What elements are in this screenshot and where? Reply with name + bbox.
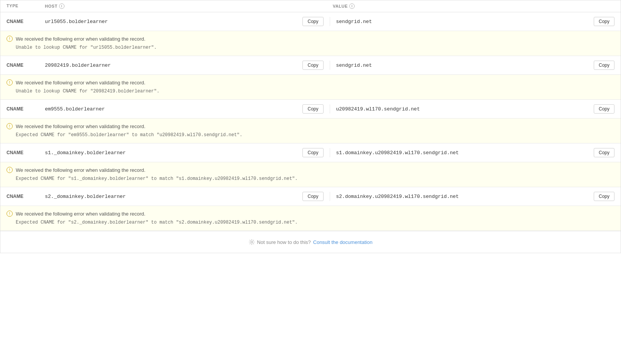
error-row: ! We received the following error when v… [0,162,621,187]
table-row: CNAME url5055.bolderlearner Copy sendgri… [0,12,621,31]
copy-host-button[interactable]: Copy [302,17,323,26]
record-host-value: em9555.bolderlearner [45,106,105,112]
footer: Not sure how to do this? Consult the doc… [0,231,621,253]
record-type: CNAME [7,194,45,199]
record-host-cell: url5055.bolderlearner Copy [45,17,330,26]
record-value-cell: sendgrid.net Copy [330,17,615,26]
record-value-cell: sendgrid.net Copy [330,61,615,70]
error-detail: Expected CNAME for "s1._domainkey.bolder… [16,175,614,182]
record-host-cell: s1._domainkey.bolderlearner Copy [45,148,330,157]
record-value-value: u20982419.wl170.sendgrid.net [336,106,420,112]
warning-icon: ! [7,211,13,217]
record-value-value: sendgrid.net [336,63,372,68]
record-host-cell: s2._domainkey.bolderlearner Copy [45,192,330,201]
header-host: HOST i [45,3,327,9]
error-header: ! We received the following error when v… [7,211,614,217]
error-row: ! We received the following error when v… [0,206,621,231]
record-host-value: 20982419.bolderlearner [45,63,111,68]
error-header: ! We received the following error when v… [7,167,614,173]
error-detail: Expected CNAME for "s2._domainkey.bolder… [16,219,614,226]
copy-value-button[interactable]: Copy [594,17,614,26]
warning-icon: ! [7,36,13,42]
copy-host-button[interactable]: Copy [302,148,323,157]
header-type: TYPE [7,3,45,9]
table-row: CNAME s2._domainkey.bolderlearner Copy s… [0,187,621,206]
error-row: ! We received the following error when v… [0,75,621,100]
footer-link[interactable]: Consult the documentation [313,239,373,245]
record-value-value: sendgrid.net [336,19,372,25]
error-header: ! We received the following error when v… [7,79,614,86]
host-info-icon[interactable]: i [59,3,64,9]
copy-value-button[interactable]: Copy [594,192,614,201]
record-host-value: url5055.bolderlearner [45,19,108,25]
dns-records-table: TYPE HOST i VALUE i CNAME url5055.bolder… [0,0,621,253]
record-value-value: s1.domainkey.u20982419.wl170.sendgrid.ne… [336,150,459,156]
table-row: CNAME em9555.bolderlearner Copy u2098241… [0,100,621,119]
warning-icon: ! [7,167,13,173]
svg-point-0 [251,241,253,243]
warning-icon: ! [7,123,13,129]
footer-text: Not sure how to do this? [257,239,311,245]
copy-host-button[interactable]: Copy [302,192,323,201]
copy-host-button[interactable]: Copy [302,61,323,70]
error-header: ! We received the following error when v… [7,123,614,129]
record-value-value: s2.domainkey.u20982419.wl170.sendgrid.ne… [336,194,459,199]
warning-icon: ! [7,79,13,86]
table-row: CNAME 20982419.bolderlearner Copy sendgr… [0,56,621,75]
record-type: CNAME [7,19,45,24]
error-title: We received the following error when val… [16,211,145,217]
records-container: CNAME url5055.bolderlearner Copy sendgri… [0,12,621,231]
error-title: We received the following error when val… [16,124,145,129]
record-value-cell: u20982419.wl170.sendgrid.net Copy [330,104,615,114]
error-title: We received the following error when val… [16,80,145,86]
value-info-icon[interactable]: i [349,3,355,9]
record-host-value: s2._domainkey.bolderlearner [45,194,126,199]
record-host-cell: em9555.bolderlearner Copy [45,104,330,114]
copy-host-button[interactable]: Copy [302,104,323,114]
copy-value-button[interactable]: Copy [594,61,614,70]
error-row: ! We received the following error when v… [0,31,621,56]
error-row: ! We received the following error when v… [0,119,621,143]
gear-icon [249,239,255,245]
error-detail: Unable to lookup CNAME for "20982419.bol… [16,88,614,95]
error-header: ! We received the following error when v… [7,36,614,42]
header-value: VALUE i [327,3,614,9]
error-title: We received the following error when val… [16,167,145,173]
record-host-cell: 20982419.bolderlearner Copy [45,61,330,70]
error-detail: Expected CNAME for "em9555.bolderlearner… [16,132,614,138]
record-type: CNAME [7,106,45,112]
record-value-cell: s1.domainkey.u20982419.wl170.sendgrid.ne… [330,148,615,157]
error-detail: Unable to lookup CNAME for "url5055.bold… [16,44,614,51]
copy-value-button[interactable]: Copy [594,148,614,157]
record-type: CNAME [7,150,45,155]
record-host-value: s1._domainkey.bolderlearner [45,150,126,156]
record-type: CNAME [7,63,45,68]
table-header: TYPE HOST i VALUE i [0,0,621,12]
record-value-cell: s2.domainkey.u20982419.wl170.sendgrid.ne… [330,192,615,201]
table-row: CNAME s1._domainkey.bolderlearner Copy s… [0,143,621,162]
error-title: We received the following error when val… [16,36,145,42]
copy-value-button[interactable]: Copy [594,104,614,114]
